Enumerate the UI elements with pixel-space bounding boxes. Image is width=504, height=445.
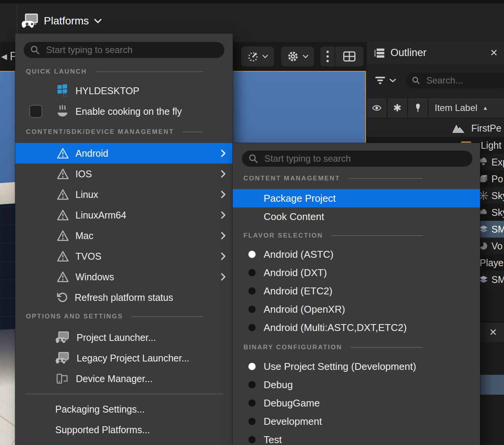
row-label: SM xyxy=(491,274,504,285)
menu-item-legacy-project-launcher[interactable]: Legacy Project Launcher... xyxy=(15,348,233,368)
outliner-search[interactable] xyxy=(405,72,504,88)
menu-search-input[interactable] xyxy=(45,44,218,56)
radio-icon xyxy=(248,288,256,295)
menu-item-platform-linux[interactable]: Linux xyxy=(15,184,233,205)
toolbar-divider xyxy=(17,5,18,37)
menu-item-project-launcher[interactable]: Project Launcher... xyxy=(15,327,233,348)
menu-item-platform-windows[interactable]: Windows xyxy=(15,267,233,287)
menu-item-label: Android (DXT) xyxy=(264,267,327,279)
viewport-layout-button[interactable] xyxy=(335,47,363,66)
menu-search[interactable] xyxy=(24,42,224,58)
radio-item-debuggame[interactable]: DebugGame xyxy=(233,394,480,412)
row-label: Sky xyxy=(491,190,504,201)
menu-item-label: Mac xyxy=(75,230,93,241)
collapse-arrow-icon: ◀ xyxy=(1,52,7,61)
row-label: Vo xyxy=(491,241,502,252)
chevron-right-icon xyxy=(219,210,227,220)
chevron-down-icon xyxy=(302,55,309,58)
viewport-settings-button[interactable] xyxy=(281,47,314,66)
launcher-icon xyxy=(55,331,70,344)
chevron-down-icon xyxy=(389,79,396,83)
chevron-right-icon xyxy=(219,231,227,240)
warning-icon xyxy=(56,148,69,159)
radio-item-android-etc2[interactable]: Android (ETC2) xyxy=(233,282,480,300)
filter-icon xyxy=(374,76,386,85)
radio-item-development[interactable]: Development xyxy=(233,412,480,431)
outliner-search-input[interactable] xyxy=(426,75,503,86)
row-label: FirstPe xyxy=(471,122,501,133)
chevron-right-icon xyxy=(219,252,227,261)
type-column-header[interactable]: ✱ xyxy=(387,98,407,118)
row-label: Light xyxy=(481,140,501,151)
menu-item-label: Package Project xyxy=(264,193,336,204)
menu-item-label: IOS xyxy=(75,169,92,180)
platforms-dropdown-menu: QUICK LAUNCH u HYLDESKTOP Enable cooking… xyxy=(15,34,233,445)
pin-column-header[interactable] xyxy=(408,98,428,118)
submenu-search-input[interactable] xyxy=(264,153,466,164)
radio-icon xyxy=(248,436,256,443)
platforms-label: Platforms xyxy=(44,15,89,27)
item-label-column-header[interactable]: Item Label ▲ xyxy=(429,98,504,118)
menu-item-label: Development xyxy=(264,416,322,427)
platforms-menu-button[interactable]: Platforms xyxy=(21,10,102,32)
pin-icon xyxy=(414,103,422,113)
menu-item-label: Android (ETC2) xyxy=(264,285,333,297)
submenu-item-package-project[interactable]: Package Project xyxy=(233,189,480,207)
row-label: Playe xyxy=(480,257,504,268)
section-header-flavor-selection: FLAVOR SELECTION xyxy=(233,232,480,239)
menu-item-label: HYLDESKTOP xyxy=(75,85,139,96)
radio-item-use-project-setting[interactable]: Use Project Setting (Development) xyxy=(233,357,480,376)
menu-item-device-manager[interactable]: Device Manager... xyxy=(15,368,233,389)
row-label: Exp xyxy=(491,157,504,168)
close-icon[interactable]: ✕ xyxy=(490,47,498,58)
menu-item-label: LinuxArm64 xyxy=(75,210,126,221)
menu-item-supported-platforms[interactable]: Supported Platforms... xyxy=(15,419,233,440)
sort-ascending-icon: ▲ xyxy=(483,105,488,111)
search-icon xyxy=(30,45,40,55)
radio-item-android-openxr[interactable]: Android (OpenXR) xyxy=(233,300,480,318)
menu-item-platform-linuxarm64[interactable]: LinuxArm64 xyxy=(15,205,233,225)
mountains-icon xyxy=(451,123,465,133)
radio-icon xyxy=(248,269,256,276)
radio-item-android-multi[interactable]: Android (Multi:ASTC,DXT,ETC2) xyxy=(233,318,480,337)
visibility-column-header[interactable] xyxy=(367,98,387,118)
menu-item-label: Cook Content xyxy=(264,211,324,223)
radio-icon xyxy=(248,381,256,389)
gauge-icon xyxy=(247,51,259,62)
outliner-filter-button[interactable] xyxy=(374,76,396,85)
radio-item-android-dxt[interactable]: Android (DXT) xyxy=(233,263,480,282)
menu-item-quick-launch-device[interactable]: u HYLDESKTOP xyxy=(15,80,233,101)
item-label-text: Item Label xyxy=(435,103,477,113)
close-icon[interactable]: ✕ xyxy=(489,327,497,338)
menu-item-refresh-platform-status[interactable]: Refresh platform status xyxy=(15,287,233,308)
outliner-title-bar: Outliner ✕ xyxy=(367,42,504,64)
radio-item-debug[interactable]: Debug xyxy=(233,376,480,394)
menu-item-cook-on-the-fly[interactable]: Enable cooking on the fly xyxy=(15,101,233,122)
menu-item-platform-ios[interactable]: IOS xyxy=(15,164,233,184)
viewport-performance-button[interactable] xyxy=(241,47,274,66)
chevron-right-icon xyxy=(219,190,227,199)
menu-item-packaging-settings[interactable]: Packaging Settings... xyxy=(15,399,233,419)
outliner-column-headers: ✱ Item Label ▲ xyxy=(367,98,504,118)
gear-icon xyxy=(287,50,299,63)
menu-item-platform-tvos[interactable]: TVOS xyxy=(15,246,233,267)
menu-item-label: Windows xyxy=(75,271,114,283)
menu-item-label: Refresh platform status xyxy=(75,292,173,303)
menu-item-platform-mac[interactable]: Mac xyxy=(15,225,233,246)
radio-icon xyxy=(248,418,256,425)
submenu-search[interactable] xyxy=(242,151,472,167)
outliner-row-world[interactable]: FirstPe xyxy=(367,119,504,137)
outliner-title: Outliner xyxy=(390,47,427,59)
outliner-toolbar xyxy=(367,64,504,97)
menu-item-platform-android[interactable]: Android xyxy=(15,143,233,164)
viewport-more-options-button[interactable] xyxy=(320,47,334,66)
chevron-right-icon xyxy=(219,149,227,158)
cooking-icon xyxy=(55,104,70,119)
submenu-item-cook-content[interactable]: Cook Content xyxy=(233,207,480,226)
radio-item-android-astc[interactable]: Android (ASTC) xyxy=(233,245,480,263)
chevron-right-icon xyxy=(219,169,227,178)
radio-item-test[interactable]: Test xyxy=(233,431,480,445)
checkbox[interactable] xyxy=(29,105,42,118)
warning-icon xyxy=(56,230,69,241)
menu-item-label: Project Launcher... xyxy=(77,332,156,343)
